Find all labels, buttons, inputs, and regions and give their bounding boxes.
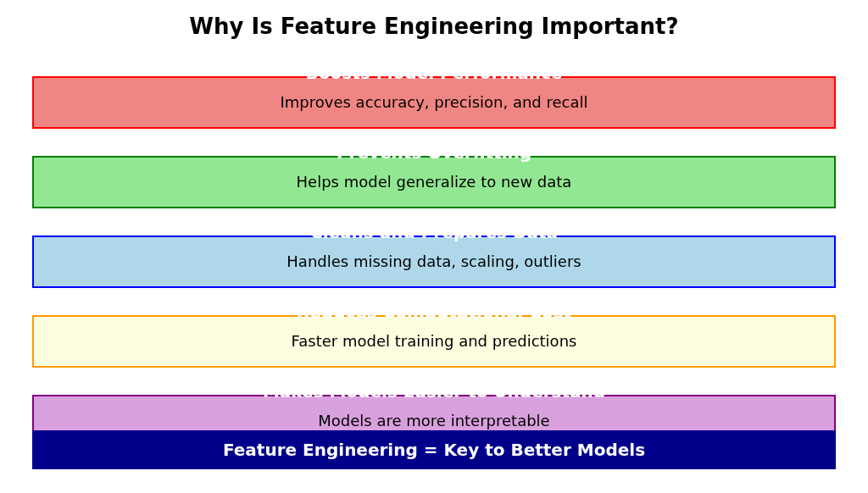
footer-conclusion: Feature Engineering = Key to Better Mode… bbox=[32, 430, 836, 469]
reason-description: Helps model generalize to new data bbox=[34, 173, 834, 191]
reason-box: Reduces Computational Cost Faster model … bbox=[32, 315, 836, 368]
reason-heading: Prevents Overfitting bbox=[34, 142, 834, 163]
reason-description: Handles missing data, scaling, outliers bbox=[34, 252, 834, 270]
reason-description: Improves accuracy, precision, and recall bbox=[34, 93, 834, 111]
reason-heading: Makes Models Easier to Understand bbox=[34, 381, 834, 402]
reason-box: Prevents Overfitting Helps model general… bbox=[32, 156, 836, 208]
reason-description: Faster model training and predictions bbox=[34, 332, 834, 350]
footer-text: Feature Engineering = Key to Better Mode… bbox=[223, 440, 645, 460]
reason-heading: Cleans and Prepares Data bbox=[34, 222, 834, 242]
reason-heading: Reduces Computational Cost bbox=[34, 302, 834, 322]
reason-box: Boosts Model Performance Improves accura… bbox=[32, 76, 836, 129]
reason-heading: Boosts Model Performance bbox=[34, 63, 834, 83]
footer-box: Feature Engineering = Key to Better Mode… bbox=[32, 430, 836, 469]
reason-description: Models are more interpretable bbox=[34, 412, 834, 429]
reason-reduces-cost: Reduces Computational Cost Faster model … bbox=[32, 315, 836, 368]
page-title: Why Is Feature Engineering Important? bbox=[0, 0, 868, 39]
reason-cleans-data: Cleans and Prepares Data Handles missing… bbox=[32, 235, 836, 288]
reason-box: Cleans and Prepares Data Handles missing… bbox=[32, 235, 836, 288]
reason-prevents-overfitting: Prevents Overfitting Helps model general… bbox=[32, 156, 836, 208]
reason-boosts-performance: Boosts Model Performance Improves accura… bbox=[32, 76, 836, 129]
